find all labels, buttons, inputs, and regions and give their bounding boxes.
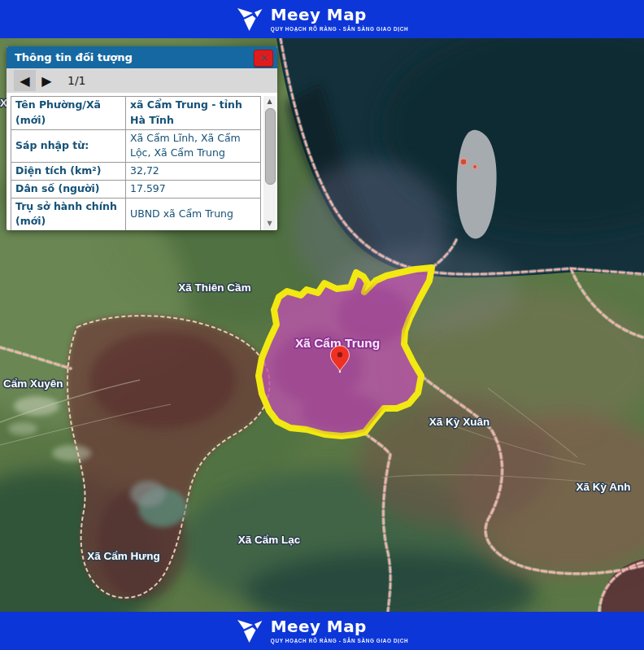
map-label-ky-xuan: Xã Kỳ Xuân xyxy=(429,416,490,428)
map-label-ky-anh: Xã Kỳ Anh xyxy=(576,481,630,493)
table-row: Trụ sở hành chính (mới) UBND xã Cẩm Trun… xyxy=(11,198,261,230)
page: Meey Map QUY HOẠCH RÕ RÀNG - SẴN SÀNG GI… xyxy=(0,0,644,650)
meeymap-logo-icon xyxy=(236,619,263,643)
table-row: Sáp nhập từ: Xã Cẩm Lĩnh, Xã Cẩm Lộc, Xã… xyxy=(11,129,261,163)
table-row: Diện tích (km²) 32,72 xyxy=(11,163,261,181)
scroll-up-button[interactable]: ▲ xyxy=(263,96,276,107)
popup-title: Thông tin đối tượng xyxy=(15,51,133,63)
info-table: Tên Phường/Xã (mới) xã Cẩm Trung - tỉnh … xyxy=(11,96,261,230)
row-label: Dân số (người) xyxy=(11,180,126,198)
close-button[interactable]: ✕ xyxy=(254,50,273,67)
row-label: Trụ sở hành chính (mới) xyxy=(11,198,126,230)
meeymap-logo-icon xyxy=(236,7,263,32)
table-row: Dân số (người) 17.597 xyxy=(11,180,261,198)
map-label-cam-xuyen: Cẩm Xuyên xyxy=(3,377,63,390)
info-popup: Thông tin đối tượng ✕ ◀ ▶ 1/1 Tên Phường… xyxy=(7,46,277,230)
prev-page-button[interactable]: ◀ xyxy=(14,70,36,91)
row-label: Diện tích (km²) xyxy=(11,163,126,181)
row-label: Sáp nhập từ: xyxy=(11,129,126,163)
popup-body: Tên Phường/Xã (mới) xã Cẩm Trung - tỉnh … xyxy=(7,93,277,230)
map-label-cam-lac: Xã Cẩm Lạc xyxy=(238,534,301,546)
map-label-cam-hung: Xã Cẩm Hưng xyxy=(87,550,159,562)
brand-name: Meey Map xyxy=(271,618,367,635)
popup-scrollbar[interactable]: ▲ ▼ xyxy=(263,96,276,230)
lake-gray xyxy=(130,481,166,507)
row-value: 17.597 xyxy=(126,180,261,198)
scroll-thumb[interactable] xyxy=(265,108,276,185)
page-indicator: 1/1 xyxy=(67,74,86,87)
scroll-down-button[interactable]: ▼ xyxy=(263,218,276,229)
island-spot xyxy=(473,165,477,169)
brand-tagline: QUY HOẠCH RÕ RÀNG - SẴN SÀNG GIAO DỊCH xyxy=(271,638,408,643)
map-label-thien-cam: Xã Thiên Cầm xyxy=(178,281,250,294)
row-value: xã Cẩm Trung - tỉnh Hà Tĩnh xyxy=(126,97,261,130)
footer-bar: Meey Map QUY HOẠCH RÕ RÀNG - SẴN SÀNG GI… xyxy=(0,612,644,650)
row-value: UBND xã Cẩm Trung xyxy=(126,198,261,230)
close-icon: ✕ xyxy=(259,53,267,63)
row-label: Tên Phường/Xã (mới) xyxy=(11,97,126,130)
popup-pagination-bar: ◀ ▶ 1/1 xyxy=(7,68,277,93)
row-value: Xã Cẩm Lĩnh, Xã Cẩm Lộc, Xã Cẩm Trung xyxy=(126,129,261,163)
info-popup-header[interactable]: Thông tin đối tượng ✕ xyxy=(7,46,277,68)
meeymap-logo-footer[interactable]: Meey Map QUY HOẠCH RÕ RÀNG - SẴN SÀNG GI… xyxy=(236,618,408,643)
brand-name: Meey Map xyxy=(271,7,367,24)
header-bar: Meey Map QUY HOẠCH RÕ RÀNG - SẴN SÀNG GI… xyxy=(0,0,644,38)
brand-tagline: QUY HOẠCH RÕ RÀNG - SẴN SÀNG GIAO DỊCH xyxy=(271,26,408,32)
row-value: 32,72 xyxy=(126,163,261,181)
island-spot xyxy=(460,159,467,165)
next-page-button[interactable]: ▶ xyxy=(36,70,58,91)
table-row: Tên Phường/Xã (mới) xã Cẩm Trung - tỉnh … xyxy=(11,97,261,130)
next-arrow-icon: ▶ xyxy=(41,73,51,89)
prev-arrow-icon: ◀ xyxy=(20,73,29,89)
meeymap-logo[interactable]: Meey Map QUY HOẠCH RÕ RÀNG - SẴN SÀNG GI… xyxy=(236,7,408,32)
